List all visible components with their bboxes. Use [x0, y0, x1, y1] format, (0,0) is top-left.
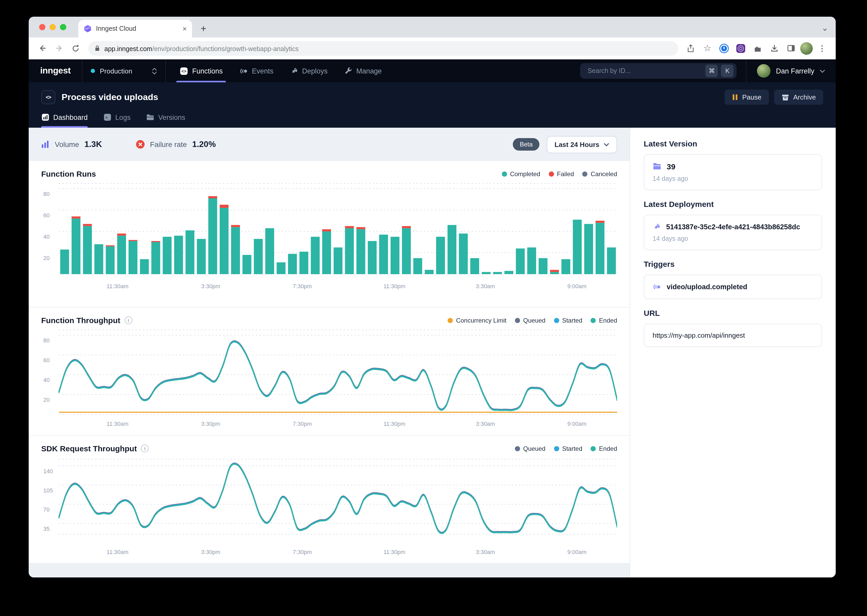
legend-label: Started: [562, 317, 582, 324]
wrench-icon: [344, 67, 353, 75]
function-throughput-chart: 2040608011:30am3:30pm7:30pm11:30pm3:30am…: [41, 327, 617, 428]
legend-dot-ended: [591, 317, 596, 323]
event-trigger-icon: [653, 283, 662, 291]
user-avatar: [757, 64, 771, 78]
nav-item-functions[interactable]: <> Functions: [172, 60, 230, 82]
close-window-button[interactable]: [39, 24, 46, 30]
forward-icon[interactable]: [52, 41, 66, 55]
svg-text:9:00am: 9:00am: [567, 549, 586, 555]
browser-menu-icon[interactable]: ⋮: [815, 41, 829, 55]
rocket-icon: [653, 223, 661, 231]
legend-dot-started: [554, 317, 559, 323]
pause-button[interactable]: Pause: [725, 90, 769, 105]
tab-title: Inngest Cloud: [96, 25, 178, 32]
rocket-icon: [290, 67, 298, 75]
versions-folder-icon: [146, 113, 154, 121]
onepassword-extension-icon[interactable]: [717, 41, 731, 55]
nav-item-events[interactable]: Events: [232, 60, 281, 82]
tab-dashboard[interactable]: Dashboard: [41, 113, 88, 128]
latest-deployment-card[interactable]: 5141387e-35c2-4efe-a421-4843b86258dc 14 …: [644, 215, 822, 250]
legend-label: Queued: [523, 445, 545, 452]
bottom-strip: [29, 563, 630, 577]
svg-text:140: 140: [43, 468, 53, 475]
nav-item-deploys[interactable]: Deploys: [283, 60, 335, 82]
function-runs-legend: Completed Failed Canceled: [501, 170, 617, 178]
function-runs-title: Function Runs: [41, 170, 96, 178]
svg-text:3:30am: 3:30am: [476, 283, 495, 289]
folder-icon: [653, 163, 662, 170]
environment-selector[interactable]: Production: [83, 60, 166, 82]
latest-version-value: 39: [667, 162, 675, 171]
svg-text:11:30am: 11:30am: [107, 549, 129, 555]
chevron-down-icon: [820, 69, 825, 73]
minimize-window-button[interactable]: [50, 24, 56, 30]
volume-value: 1.3K: [84, 140, 102, 149]
purple-extension-icon[interactable]: [733, 41, 748, 55]
svg-text:3:30am: 3:30am: [476, 549, 495, 555]
volume-stat: Volume 1.3K: [41, 140, 102, 149]
new-tab-button[interactable]: +: [196, 21, 211, 36]
failure-label: Failure rate: [150, 140, 187, 149]
inngest-logo[interactable]: inngest: [29, 60, 83, 82]
function-throughput-title: Function Throughputi: [41, 316, 132, 325]
tab-versions[interactable]: Versions: [146, 113, 186, 128]
page-header: <> Process video uploads Pause Archive D…: [29, 82, 836, 128]
svg-text:60: 60: [43, 357, 50, 363]
search-input[interactable]: [586, 67, 702, 75]
legend-label: Started: [562, 445, 582, 452]
pause-icon: [732, 94, 738, 101]
nav-right: ⌘ K Dan Farrelly: [580, 60, 836, 82]
url-bar[interactable]: app.inngest.com/env/production/functions…: [88, 41, 678, 55]
reload-icon[interactable]: [68, 41, 83, 55]
info-icon[interactable]: i: [125, 316, 132, 324]
tab-logs[interactable]: >_ Logs: [103, 113, 131, 128]
stats-bar: Volume 1.3K Failure rate 1.20% Beta Last…: [29, 128, 630, 161]
legend-label: Failed: [557, 170, 574, 178]
legend-dot-completed: [501, 171, 507, 176]
search-box[interactable]: ⌘ K: [580, 63, 737, 79]
svg-text:60: 60: [43, 212, 50, 218]
archive-label: Archive: [793, 93, 816, 101]
svg-text:40: 40: [43, 234, 50, 240]
download-icon[interactable]: [767, 41, 782, 55]
environment-status-dot: [91, 69, 95, 73]
lock-icon: [95, 45, 100, 52]
tab-overflow-chevron-icon[interactable]: ⌄: [821, 23, 828, 33]
events-icon: [240, 66, 248, 75]
zoom-window-button[interactable]: [60, 24, 66, 30]
latest-deployment-heading: Latest Deployment: [644, 200, 822, 209]
browser-tab[interactable]: Inngest Cloud ×: [78, 20, 192, 38]
svg-text:40: 40: [43, 377, 50, 383]
function-throughput-legend: Concurrency Limit Queued Started Ended: [448, 317, 617, 324]
nav-item-manage[interactable]: Manage: [337, 60, 389, 82]
archive-button[interactable]: Archive: [774, 90, 823, 105]
trigger-card[interactable]: video/upload.completed: [644, 275, 822, 299]
beta-badge: Beta: [513, 138, 539, 151]
browser-tabbar: Inngest Cloud × + ⌄: [29, 17, 836, 38]
svg-text:3:30am: 3:30am: [476, 421, 495, 427]
inngest-favicon-icon: [84, 25, 92, 33]
page-tabs: Dashboard >_ Logs Versions: [41, 113, 823, 128]
legend-label: Concurrency Limit: [456, 317, 506, 324]
legend-dot-ended: [591, 446, 596, 451]
functions-code-icon: <>: [180, 66, 189, 75]
extensions-puzzle-icon[interactable]: [750, 41, 765, 55]
latest-deployment-value: 5141387e-35c2-4efe-a421-4843b86258dc: [666, 223, 800, 231]
browser-profile-avatar[interactable]: [800, 42, 813, 55]
sidebar-panel-icon[interactable]: [783, 41, 798, 55]
close-tab-icon[interactable]: ×: [183, 25, 187, 33]
latest-deployment-time: 14 days ago: [653, 235, 813, 242]
dashboard-main: Volume 1.3K Failure rate 1.20% Beta Last…: [29, 128, 630, 577]
info-icon[interactable]: i: [141, 445, 149, 453]
sdk-request-throughput-section: SDK Request Throughputi Queued Started E…: [29, 435, 630, 563]
bookmark-star-icon[interactable]: ☆: [700, 41, 715, 55]
environment-label: Production: [100, 67, 132, 75]
time-range-dropdown[interactable]: Last 24 Hours: [547, 136, 617, 153]
svg-text:<>: <>: [181, 69, 186, 73]
back-icon[interactable]: [35, 41, 50, 55]
user-menu[interactable]: Dan Farrelly: [746, 60, 836, 82]
page-title: Process video uploads: [61, 92, 158, 102]
share-icon[interactable]: [683, 41, 698, 55]
volume-label: Volume: [55, 140, 79, 149]
tab-label: Dashboard: [53, 113, 88, 121]
